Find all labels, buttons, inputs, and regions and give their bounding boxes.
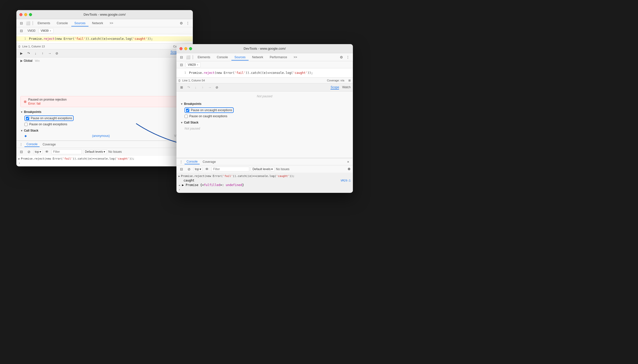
sidebar-toggle-2[interactable]: ⊟ [178,54,185,60]
maximize-button-2[interactable] [189,47,192,50]
console-clear-2[interactable]: ⊘ [186,166,192,172]
window-content-2: ⊟ ⬜ Elements Console Sources Network Per… [176,53,353,193]
tab-more-2[interactable]: >> [291,54,300,60]
minimize-button-2[interactable] [184,47,187,50]
breakpoints-header-1[interactable]: ▼ Breakpoints [20,109,189,115]
divider-1 [33,21,33,25]
pause-error-icon-1: ⊗ [24,100,27,104]
step-into-btn-2[interactable]: ↓ [193,84,199,90]
step-over-btn-2[interactable]: ↷ [186,84,192,90]
coverage-tab-btn-1[interactable]: Coverage [41,142,58,147]
step-btn-2[interactable]: → [207,84,213,90]
pause-resume-btn-2[interactable]: ⊞ [178,84,185,90]
pause-caught-label-2: Pause on caught exceptions [189,114,227,118]
default-levels-2[interactable]: Default levels ▾ [251,167,275,171]
console-eye-2[interactable]: 👁 [204,166,210,172]
tab-performance-2[interactable]: Performance [267,54,290,60]
resume-btn-1[interactable]: ▶ [18,50,24,56]
source-tab-vm39[interactable]: VM39 × [38,28,53,33]
source-tab-vm30[interactable]: VM30 [25,28,37,33]
step-over-btn-1[interactable]: ↷ [25,50,32,56]
tab-sources-1[interactable]: Sources [71,20,88,26]
source-tabs-bar-1: ⊟ VM30 VM39 × [16,27,193,34]
sidebar-toggle-1[interactable]: ⊟ [18,20,24,26]
tab-sources-2[interactable]: Sources [231,54,249,60]
console-clear-1[interactable]: ⊘ [26,149,32,155]
sources-label-2: Sources [234,55,246,59]
console-dots-1[interactable]: ⋮ [18,142,23,147]
vm39-close[interactable]: × [50,29,51,32]
default-levels-1[interactable]: Default levels ▾ [83,149,107,154]
top-selector-1[interactable]: top ▾ [34,149,42,154]
close-button-1[interactable] [19,13,22,16]
console-sidebar-1[interactable]: ⊟ [18,149,24,155]
global-label-1: Global [24,59,33,63]
step-btn-1[interactable]: → [47,50,53,56]
top-label-2: top [195,167,199,171]
tab-network-2[interactable]: Network [249,54,266,60]
close-button-2[interactable] [179,47,183,50]
device-mode-1[interactable]: ⬜ [25,20,31,26]
global-item-1[interactable]: ▶ Global Win [18,58,191,63]
pause-caught-check-1[interactable] [24,123,28,126]
code-editor-1: 1 Promise.reject(new Error('fail')).catc… [16,34,193,43]
more-icon-1[interactable]: ⋮ [185,20,191,26]
tab-elements-2[interactable]: Elements [195,54,213,60]
call-stack-item-1[interactable]: ◆ (anonymous) VM39:1 [20,133,189,138]
step-into-btn-1[interactable]: ↓ [33,50,39,56]
pause-caught-check-2[interactable] [185,115,188,118]
top-selector-2[interactable]: top ▾ [194,167,202,171]
traffic-lights-1 [19,13,32,16]
scope-tab-2[interactable]: Scope [330,85,339,89]
tab-more-1[interactable]: >> [107,20,116,26]
watch-tab-2[interactable]: Watch [342,85,351,89]
step-out-btn-1[interactable]: ↑ [40,50,46,56]
call-stack-label-1: Call Stack [24,129,38,132]
call-stack-header-2[interactable]: ▼ Call Stack [180,120,349,125]
deactivate-btn-1[interactable]: ⊘ [54,50,60,56]
sidebar-sources-1[interactable]: ⊟ [18,28,24,34]
console-dots-2[interactable]: ⋮ [178,159,184,164]
tab-console-1[interactable]: Console [54,20,71,26]
deactivate-btn-2[interactable]: ⊘ [214,84,220,90]
vm29-label: VM29 [188,63,196,67]
window-content-1: ⊟ ⬜ Elements Console Sources Network >> … [16,19,193,166]
more-icon-2[interactable]: ⋮ [345,54,351,60]
console-tabs-bar-2: ⋮ Console Coverage × [176,158,353,165]
step-out-btn-2[interactable]: ↑ [200,84,206,90]
breakpoints-label-1: Breakpoints [24,110,41,114]
console-filter-1[interactable] [51,149,82,154]
tab-elements-1[interactable]: Elements [35,20,53,26]
vm29-close[interactable]: × [197,63,198,66]
gear-icon-2[interactable]: ⚙ [348,167,351,171]
expand-icon-2[interactable]: ⊞ [348,79,351,82]
minimize-button-1[interactable] [24,13,27,16]
sidebar-sources-2[interactable]: ⊟ [178,62,185,68]
console-left-arrow-2: ◄ [178,184,180,187]
vm-link-2[interactable]: VM29:1 [341,179,351,182]
pause-uncaught-check-2[interactable] [186,109,189,112]
vm39-label: VM39 [41,29,48,33]
call-stack-header-1[interactable]: ▼ Call Stack [20,128,189,133]
console-sidebar-2[interactable]: ⊟ [178,166,185,172]
network-label-2: Network [252,55,263,59]
pause-uncaught-check-1[interactable] [26,117,29,120]
console-tab-btn-2[interactable]: Console [185,159,200,164]
close-console-2[interactable]: × [346,159,351,164]
maximize-button-1[interactable] [29,13,32,16]
settings-icon-1[interactable]: ⚙ [178,20,184,26]
tab-network-1[interactable]: Network [89,20,106,26]
pause-uncaught-label-1: Pause on uncaught exceptions [31,116,72,120]
console-eye-1[interactable]: 👁 [44,149,50,155]
call-stack-section-1: ▼ Call Stack ◆ (anonymous) VM39:1 [20,128,189,138]
breakpoints-header-2[interactable]: ▼ Breakpoints [180,101,349,107]
pause-caught-label-1: Pause on caught exceptions [29,123,67,126]
no-issues-2: No Issues [276,167,289,171]
console-filter-2[interactable] [211,167,249,172]
device-mode-2[interactable]: ⬜ [185,54,191,60]
tab-console-2[interactable]: Console [214,54,231,60]
console-tab-btn-1[interactable]: Console [24,142,40,147]
coverage-tab-btn-2[interactable]: Coverage [201,160,218,164]
source-tab-vm29[interactable]: VM29 × [186,62,201,67]
settings-icon-2[interactable]: ⚙ [338,54,344,60]
